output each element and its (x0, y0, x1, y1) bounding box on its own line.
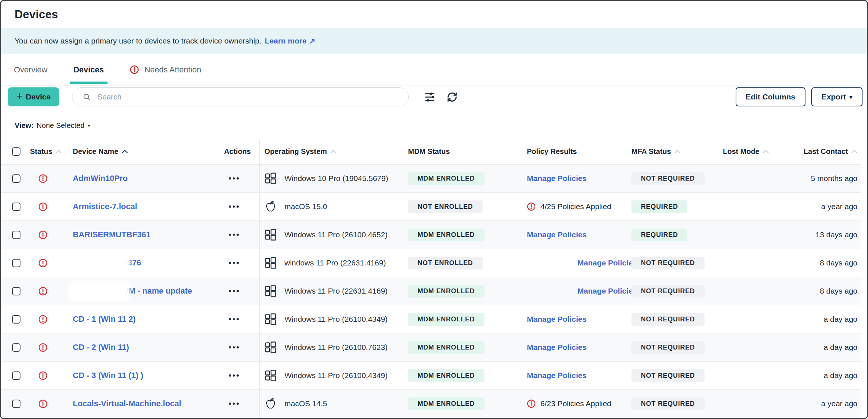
windows-icon (264, 285, 277, 297)
row-checkbox[interactable] (12, 315, 20, 324)
device-name-link[interactable]: Locals-Virtual-Machine.local (73, 399, 181, 408)
row-actions-button[interactable] (226, 371, 242, 380)
lost-mode-cell (716, 305, 791, 333)
device-name-link[interactable]: VM - name update (123, 286, 192, 296)
row-actions-button[interactable] (226, 203, 242, 211)
policy-alert-icon (527, 202, 536, 211)
add-device-button[interactable]: + Device (8, 87, 59, 106)
learn-more-link[interactable]: Learn more ↗ (265, 37, 315, 45)
search-box[interactable] (72, 87, 409, 106)
row-checkbox[interactable] (12, 203, 20, 211)
export-caret-icon: ▾ (849, 94, 852, 100)
sort-caret-icon[interactable] (56, 150, 62, 154)
row-actions-button[interactable] (226, 174, 242, 182)
manage-policies-link[interactable]: Manage Policies (527, 230, 586, 239)
view-caret-icon: ▾ (88, 123, 90, 128)
col-header-status[interactable]: Status (25, 139, 65, 164)
row-actions-button[interactable] (226, 287, 242, 295)
refresh-button[interactable] (446, 87, 458, 106)
sort-caret-icon-active[interactable] (122, 150, 128, 154)
row-checkbox[interactable] (12, 259, 20, 267)
last-contact: 8 days ago (791, 249, 861, 277)
row-checkbox[interactable] (12, 400, 20, 408)
mfa-status-badge: NOT REQUIRED (631, 257, 705, 269)
view-bar: View: None Selected ▾ (1, 114, 867, 136)
row-checkbox[interactable] (12, 174, 20, 183)
lost-mode-cell (716, 277, 791, 305)
select-all-checkbox[interactable] (12, 147, 20, 156)
col-header-device-name[interactable]: Device Name (65, 139, 217, 164)
mdm-status-badge: MDM ENROLLED (408, 229, 484, 241)
export-button[interactable]: Export ▾ (811, 87, 863, 106)
table-row: Armistice-7.local macOS 15.0 NOT ENROLLE… (1, 193, 861, 221)
mdm-status-badge: MDM ENROLLED (408, 172, 484, 185)
manage-policies-link[interactable]: Manage Policies (527, 174, 586, 183)
tab-devices[interactable]: Devices (73, 54, 104, 86)
device-name-link[interactable]: BARISERMUTBF361 (73, 230, 151, 239)
col-header-last-contact[interactable]: Last Contact (791, 139, 861, 164)
status-alert-icon (38, 287, 48, 296)
col-header-actions: Actions (217, 139, 259, 164)
device-name-link[interactable]: CD - 1 (Win 11 2) (73, 314, 136, 324)
plus-icon: + (16, 90, 23, 102)
col-header-lost-mode[interactable]: Lost Mode (716, 139, 791, 164)
device-name-link[interactable]: Armistice-7.local (73, 202, 137, 211)
table-header: Status Device Name Actions Operating Sys… (1, 136, 861, 165)
mdm-status-badge: MDM ENROLLED (408, 369, 484, 382)
table-body: AdmWin10Pro Windows 10 Pro (19045.5679) … (1, 165, 867, 418)
row-checkbox[interactable] (12, 231, 20, 239)
os-label: Windows 11 Pro (22631.4169) (284, 287, 388, 295)
row-actions-button[interactable] (226, 231, 242, 239)
windows-icon (264, 369, 277, 382)
tab-overview[interactable]: Overview (14, 54, 48, 86)
redaction-blur (71, 284, 127, 298)
status-alert-icon (38, 343, 48, 352)
row-checkbox[interactable] (12, 371, 20, 380)
search-input[interactable] (97, 88, 408, 106)
row-actions-button[interactable] (226, 343, 242, 351)
lost-mode-cell (716, 333, 791, 361)
sort-caret-icon[interactable] (674, 150, 680, 154)
policy-alert: 4/25 Policies Applied (527, 202, 611, 211)
last-contact: a day ago (791, 305, 861, 333)
col-header-mfa-status[interactable]: MFA Status (624, 139, 716, 164)
row-checkbox[interactable] (12, 287, 20, 295)
view-selector[interactable]: None Selected ▾ (37, 121, 90, 130)
device-name-link[interactable]: AdmWin10Pro (73, 174, 128, 183)
devices-window: Devices You can now assign a primary use… (0, 0, 868, 419)
row-actions-button[interactable] (226, 400, 242, 408)
windows-icon (264, 257, 277, 269)
tab-needs-attention[interactable]: Needs Attention (130, 54, 201, 86)
last-contact: 5 months ago (791, 165, 861, 192)
status-alert-icon (38, 258, 48, 268)
page-header: Devices (1, 1, 867, 28)
os-label: Windows 10 Pro (19045.5679) (284, 174, 388, 183)
manage-policies-link[interactable]: Manage Policies (527, 315, 586, 324)
os-label: Windows 11 Pro (26100.7623) (284, 343, 388, 352)
status-alert-icon (38, 315, 48, 324)
status-alert-icon (38, 399, 48, 408)
table-row: BARISERMUTBF361 Windows 11 Pro (26100.46… (1, 221, 861, 249)
needs-attention-alert-icon (130, 65, 139, 74)
manage-policies-link[interactable]: Manage Policies (527, 343, 586, 352)
col-header-operating-system[interactable]: Operating System (259, 139, 400, 164)
os-label: Windows 11 Pro (26100.4652) (284, 230, 388, 239)
last-contact: a day ago (791, 333, 861, 361)
view-label: View: (15, 121, 34, 130)
apple-icon (264, 397, 277, 410)
mfa-status-badge: NOT REQUIRED (631, 313, 705, 326)
policy-alert-icon (527, 399, 536, 408)
row-actions-button[interactable] (226, 259, 242, 267)
device-name-link[interactable]: CD - 2 (Win 11) (73, 343, 129, 352)
device-name-link[interactable]: CD - 3 (Win 11 (1) ) (73, 371, 143, 380)
filter-button[interactable] (424, 87, 435, 106)
sort-caret-icon[interactable] (851, 150, 857, 154)
mdm-status-badge: MDM ENROLLED (408, 313, 484, 326)
sort-caret-icon[interactable] (763, 150, 769, 154)
row-actions-button[interactable] (226, 315, 242, 323)
row-checkbox[interactable] (12, 343, 20, 352)
edit-columns-button[interactable]: Edit Columns (736, 87, 805, 106)
policy-alert-label: 4/25 Policies Applied (540, 202, 611, 211)
sort-caret-icon[interactable] (330, 150, 336, 154)
manage-policies-link[interactable]: Manage Policies (527, 371, 586, 380)
